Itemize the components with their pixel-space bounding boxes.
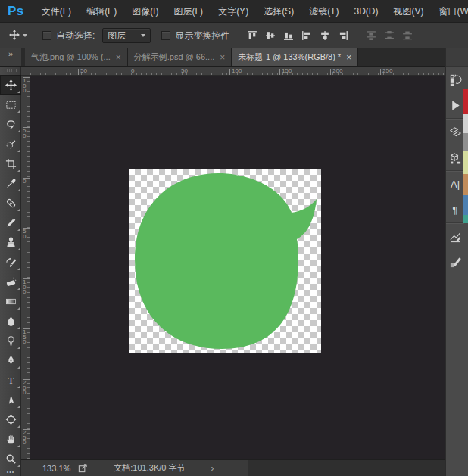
ruler-origin-corner[interactable]: [21, 67, 30, 76]
custom-shape-tool[interactable]: [0, 409, 21, 429]
color-swatch[interactable]: [463, 174, 468, 195]
auto-select-target-dropdown[interactable]: 图层: [102, 28, 151, 43]
eraser-tool[interactable]: [0, 272, 21, 291]
measurement-log-panel-icon[interactable]: [446, 223, 464, 249]
gradient-tool[interactable]: [0, 291, 21, 311]
tool-options-bar: 自动选择: 图层 显示变换控件: [0, 23, 468, 48]
pencil-tool[interactable]: [0, 213, 21, 232]
vertical-ruler[interactable]: 10050050100150200250: [21, 76, 30, 459]
document-tab-1[interactable]: 气泡.png @ 100% (...×: [25, 48, 128, 66]
path-selection-tool[interactable]: [0, 390, 21, 409]
color-swatch[interactable]: [463, 114, 468, 133]
document-size-info: 文档:101.3K/0 字节: [114, 462, 185, 474]
align-horizontal-centers-button[interactable]: [316, 27, 334, 44]
export-share-icon[interactable]: [78, 463, 88, 473]
status-expand-chevron[interactable]: ›: [211, 463, 214, 474]
toolbar-overflow-dots[interactable]: •••: [0, 469, 21, 474]
color-swatch[interactable]: [463, 195, 468, 215]
color-swatch[interactable]: [463, 133, 468, 151]
canvas-workspace[interactable]: [30, 76, 445, 459]
document-tab-3[interactable]: 未标题-1 @ 133%(RGB/8) *×: [232, 48, 358, 66]
svg-text:T: T: [8, 375, 14, 385]
menu-items: 文件(F)编辑(E)图像(I)图层(L)文字(Y)选择(S)滤镜(T)3D(D)…: [34, 0, 468, 23]
menu-edit[interactable]: 编辑(E): [79, 0, 124, 23]
ruler-label: 50: [181, 67, 188, 74]
actions-panel-icon[interactable]: [446, 92, 464, 118]
menu-3d[interactable]: 3D(D): [346, 0, 385, 23]
document-tab-2[interactable]: 分解示例.psd @ 66....×: [128, 48, 232, 66]
menu-file[interactable]: 文件(F): [34, 0, 79, 23]
dodge-tool[interactable]: [0, 331, 21, 350]
eyedropper-tool[interactable]: [0, 173, 21, 193]
ruler-label: 0: [131, 67, 134, 74]
document-image-transparency-checker[interactable]: [129, 169, 321, 353]
crop-tool[interactable]: [0, 154, 21, 173]
photoshop-logo: Ps: [8, 4, 24, 19]
color-swatch[interactable]: [463, 89, 468, 114]
status-bar-info-segment: 133.1% 文档:101.3K/0 字节 ›: [21, 460, 248, 476]
align-buttons-group: [243, 27, 417, 44]
align-vertical-centers-button[interactable]: [261, 27, 279, 44]
menu-select[interactable]: 选择(S): [256, 0, 301, 23]
tab-close-icon[interactable]: ×: [346, 54, 351, 61]
ruler-label: 150: [282, 67, 292, 74]
auto-select-checkbox[interactable]: [42, 31, 51, 40]
rectangular-marquee-tool[interactable]: [0, 95, 21, 114]
menu-filter[interactable]: 滤镜(T): [301, 0, 346, 23]
type-tool[interactable]: T: [0, 370, 21, 390]
ruler-label: 150: [23, 330, 26, 345]
ruler-label: 100: [23, 79, 26, 94]
align-right-edges-button[interactable]: [334, 27, 352, 44]
green-speech-bubble-shape[interactable]: [129, 169, 321, 353]
document-tab-bar: » 气泡.png @ 100% (...×分解示例.psd @ 66....×未…: [0, 48, 468, 67]
color-swatch[interactable]: [463, 215, 468, 223]
panel-dock: A|¶: [445, 48, 468, 476]
photoshop-window: Ps 文件(F)编辑(E)图像(I)图层(L)文字(Y)选择(S)滤镜(T)3D…: [0, 0, 468, 476]
panel-drag-handle[interactable]: [5, 69, 17, 72]
clone-stamp-tool[interactable]: [0, 232, 21, 252]
color-swatch[interactable]: [463, 151, 468, 174]
quick-selection-tool[interactable]: [0, 134, 21, 154]
tab-close-icon[interactable]: ×: [116, 54, 121, 61]
styles-panel-icon[interactable]: [446, 119, 464, 145]
menu-bar: Ps 文件(F)编辑(E)图像(I)图层(L)文字(Y)选择(S)滤镜(T)3D…: [0, 0, 468, 23]
auto-select-label: 自动选择:: [56, 30, 95, 42]
swatches-panel-sliver[interactable]: [463, 89, 468, 223]
pen-tool[interactable]: [0, 350, 21, 370]
horizontal-ruler[interactable]: 50050100150200250: [30, 67, 445, 76]
character-panel-icon[interactable]: A|: [446, 171, 464, 197]
lasso-tool[interactable]: [0, 114, 21, 134]
ruler-major-tick: [78, 69, 79, 75]
menu-type[interactable]: 文字(Y): [211, 0, 256, 23]
menu-image[interactable]: 图像(I): [124, 0, 166, 23]
status-bar: 133.1% 文档:101.3K/0 字节 ›: [21, 459, 445, 476]
tab-close-icon[interactable]: ×: [220, 54, 225, 61]
zoom-tool[interactable]: [0, 449, 21, 468]
tools-panel-expand-chevrons[interactable]: »: [0, 48, 21, 66]
menu-layer[interactable]: 图层(L): [166, 0, 211, 23]
brush-presets-panel-icon[interactable]: [446, 249, 464, 275]
zoom-level-field[interactable]: 133.1%: [42, 464, 70, 473]
move-tool-option-button[interactable]: [9, 30, 27, 42]
show-transform-checkbox[interactable]: [161, 31, 170, 40]
spot-healing-brush-tool[interactable]: [0, 193, 21, 213]
ruler-label: 100: [232, 67, 242, 74]
ruler-label: 200: [332, 67, 342, 74]
distribute-bottom-edges-button: [398, 27, 417, 44]
paragraph-panel-icon[interactable]: ¶: [446, 197, 464, 222]
ruler-major-tick: [229, 69, 230, 75]
history-panel-icon[interactable]: [446, 67, 464, 92]
align-bottom-edges-button[interactable]: [279, 27, 298, 44]
move-tool[interactable]: [0, 75, 21, 95]
menu-window[interactable]: 窗口(W): [431, 0, 468, 23]
distribute-top-edges-button: [362, 27, 380, 44]
tools-panel: T •••: [0, 67, 21, 476]
blur-tool[interactable]: [0, 311, 21, 331]
align-left-edges-button[interactable]: [298, 27, 316, 44]
hand-tool[interactable]: [0, 429, 21, 449]
history-brush-tool[interactable]: [0, 252, 21, 272]
menu-view[interactable]: 视图(V): [385, 0, 431, 23]
ruler-major-tick: [330, 69, 331, 75]
3d-panel-icon[interactable]: [446, 145, 464, 170]
align-top-edges-button[interactable]: [243, 27, 261, 44]
